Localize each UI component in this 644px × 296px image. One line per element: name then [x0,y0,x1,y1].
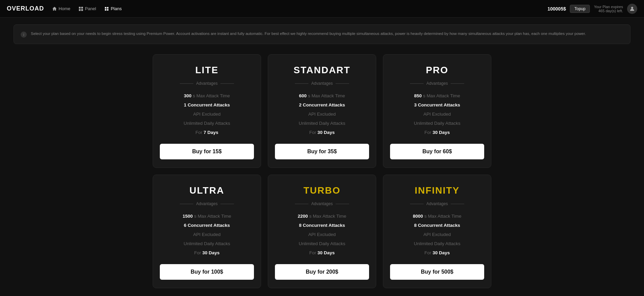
advantages-divider-infinity: Advantages [390,201,484,206]
buy-button-infinity[interactable]: Buy for 500$ [390,264,484,280]
daily-attacks-lite: Unlimited Daily Attacks [160,119,254,128]
duration-pro: For 30 Days [390,128,484,137]
advantages-divider-standart: Advantages [275,81,369,86]
adv-line-right [336,83,349,84]
plan-title-lite: LITE [195,65,219,76]
svg-rect-2 [79,9,81,11]
info-text: Select your plan based on your needs to … [31,31,586,37]
buy-button-turbo[interactable]: Buy for 200$ [275,264,369,280]
duration-lite: For 7 Days [160,128,254,137]
adv-line-left [410,83,424,84]
api-label-turbo: API Excluded [275,230,369,239]
adv-line-right [451,204,464,204]
svg-rect-0 [79,6,81,8]
nav-home[interactable]: Home [52,6,70,11]
concurrent-attacks-ultra: 6 Concurrent Attacks [160,221,254,230]
plan-features-pro: 850 s Max Attack Time 3 Concurrent Attac… [390,91,484,137]
concurrent-attacks-lite: 1 Concurrent Attacks [160,100,254,110]
user-icon [629,6,635,12]
api-label-ultra: API Excluded [160,230,254,239]
plan-features-lite: 300 s Max Attack Time 1 Concurrent Attac… [160,91,254,137]
api-label-lite: API Excluded [160,110,254,119]
concurrent-attacks-standart: 2 Concurrent Attacks [275,100,369,110]
nav-panel[interactable]: Panel [79,6,96,11]
buy-button-standart[interactable]: Buy for 35$ [275,144,369,159]
adv-line-left [295,204,308,204]
avatar[interactable] [627,4,637,14]
concurrent-attacks-pro: 3 Concurrent Attacks [390,100,484,110]
advantages-label-standart: Advantages [311,81,332,86]
daily-attacks-standart: Unlimited Daily Attacks [275,119,369,128]
plan-card-turbo: TURBO Advantages 2200 s Max Attack Time … [268,175,376,288]
advantages-label-lite: Advantages [196,81,217,86]
max-attack-time-lite: 300 s Max Attack Time [160,91,254,100]
duration-standart: For 30 Days [275,128,369,137]
plan-features-infinity: 8000 s Max Attack Time 8 Concurrent Atta… [390,212,484,257]
advantages-divider-lite: Advantages [160,81,254,86]
buy-button-lite[interactable]: Buy for 15$ [160,144,254,159]
plan-card-ultra: ULTRA Advantages 1500 s Max Attack Time … [153,175,261,288]
advantages-divider-turbo: Advantages [275,201,369,206]
plan-features-turbo: 2200 s Max Attack Time 8 Concurrent Atta… [275,212,369,257]
plans-container: LITE Advantages 300 s Max Attack Time 1 … [0,51,644,296]
adv-line-right [451,83,464,84]
daily-attacks-turbo: Unlimited Daily Attacks [275,239,369,248]
home-icon [52,6,57,11]
plan-card-lite: LITE Advantages 300 s Max Attack Time 1 … [153,54,261,168]
plan-title-ultra: ULTRA [190,185,224,196]
expiry-line1: Your Plan expires [594,5,623,9]
daily-attacks-ultra: Unlimited Daily Attacks [160,239,254,248]
plan-title-standart: STANDART [294,65,350,76]
plan-title-infinity: INFINITY [415,185,460,196]
max-attack-time-standart: 600 s Max Attack Time [275,91,369,100]
plan-card-standart: STANDART Advantages 600 s Max Attack Tim… [268,54,376,168]
advantages-label-ultra: Advantages [196,201,217,206]
plan-card-infinity: INFINITY Advantages 8000 s Max Attack Ti… [383,175,491,288]
info-icon: i [21,32,27,38]
info-box: i Select your plan based on your needs t… [14,24,630,44]
navbar-right: 100005$ Topup Your Plan expires 465 day(… [548,4,637,14]
max-attack-time-turbo: 2200 s Max Attack Time [275,212,369,221]
api-label-pro: API Excluded [390,110,484,119]
concurrent-attacks-infinity: 8 Concurrent Attacks [390,221,484,230]
navbar-left: OVERLOAD Home Panel Plans [7,5,122,12]
daily-attacks-pro: Unlimited Daily Attacks [390,119,484,128]
expiry-info: Your Plan expires 465 day(s) left. [594,5,623,13]
adv-line-left [180,83,193,84]
nav-plans[interactable]: Plans [104,6,122,11]
adv-line-left [410,204,424,204]
duration-ultra: For 30 Days [160,248,254,257]
svg-rect-1 [81,6,83,8]
buy-button-pro[interactable]: Buy for 60$ [390,144,484,159]
advantages-label-turbo: Advantages [311,201,332,206]
advantages-label-pro: Advantages [426,81,448,86]
advantages-divider-ultra: Advantages [160,201,254,206]
advantages-label-infinity: Advantages [426,201,448,206]
daily-attacks-infinity: Unlimited Daily Attacks [390,239,484,248]
adv-line-right [220,204,234,204]
advantages-divider-pro: Advantages [390,81,484,86]
adv-line-left [295,83,308,84]
expiry-line2: 465 day(s) left. [594,9,623,13]
max-attack-time-pro: 850 s Max Attack Time [390,91,484,100]
adv-line-right [336,204,349,204]
api-label-standart: API Excluded [275,110,369,119]
duration-infinity: For 30 Days [390,248,484,257]
balance-display: 100005$ [548,6,566,12]
plan-title-turbo: TURBO [303,185,341,196]
navbar: OVERLOAD Home Panel Plans 100005$ Topup … [0,0,644,18]
plan-title-pro: PRO [426,65,449,76]
max-attack-time-infinity: 8000 s Max Attack Time [390,212,484,221]
duration-turbo: For 30 Days [275,248,369,257]
buy-button-ultra[interactable]: Buy for 100$ [160,264,254,280]
topup-button[interactable]: Topup [570,5,590,13]
plan-features-standart: 600 s Max Attack Time 2 Concurrent Attac… [275,91,369,137]
adv-line-left [180,204,193,204]
max-attack-time-ultra: 1500 s Max Attack Time [160,212,254,221]
brand-logo: OVERLOAD [7,5,44,12]
plans-icon [104,6,109,11]
concurrent-attacks-turbo: 8 Concurrent Attacks [275,221,369,230]
svg-rect-3 [81,9,83,11]
svg-point-4 [631,7,633,9]
plan-features-ultra: 1500 s Max Attack Time 6 Concurrent Atta… [160,212,254,257]
